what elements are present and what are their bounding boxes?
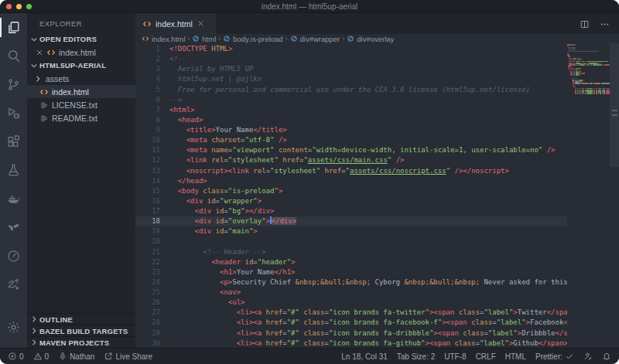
activity-item-explorer[interactable] (0, 13, 27, 42)
status-feedback[interactable] (583, 352, 593, 361)
status-voice[interactable]: Nathan (58, 352, 94, 361)
line-number: 23 (135, 267, 160, 277)
status-notifications[interactable] (602, 352, 611, 361)
line-content: <li><a href="#" class="icon brands fa-tw… (160, 308, 567, 318)
line-content: <p>Security Chief &nbsp;&bull;&nbsp; Cyb… (160, 277, 567, 287)
minimize-window-button[interactable] (16, 4, 22, 9)
line-number: 15 (135, 186, 160, 196)
code-line-30[interactable]: 30<li><a href="#" class="icon brands fa-… (135, 338, 567, 348)
activity-item-testing[interactable] (0, 156, 27, 185)
status-language-mode[interactable]: HTML (505, 352, 526, 361)
status-errors[interactable]: 0 (8, 352, 24, 361)
line-content: <meta name="viewport" content="width=dev… (160, 145, 556, 155)
status-prettier[interactable]: Prettier: (535, 352, 574, 361)
zoom-window-button[interactable] (26, 4, 32, 9)
activity-item-extensions[interactable] (0, 128, 27, 156)
status-live-share[interactable]: Live Share (104, 352, 152, 361)
close-window-button[interactable] (6, 4, 12, 9)
code-line-28[interactable]: 28<li><a href="#" class="icon brands fa-… (135, 318, 567, 328)
code-line-27[interactable]: 27<li><a href="#" class="icon brands fa-… (135, 308, 567, 318)
status-encoding[interactable]: UTF-8 (444, 352, 466, 361)
code-line-29[interactable]: 29<li><a href="#" class="icon brands fa-… (135, 328, 567, 338)
window-title: index.html — html5up-aerial (0, 2, 619, 11)
code-line-17[interactable]: 17<div id="bg"></div> (135, 206, 567, 216)
code-line-5[interactable]: 5Free for personal and commercial use un… (135, 85, 567, 95)
code-line-15[interactable]: 15<body class="is-preload"> (135, 186, 567, 196)
code-line-8[interactable]: 8<head> (135, 115, 567, 125)
more-actions-icon[interactable] (600, 19, 610, 29)
breadcrumb-index-html[interactable]: index.html (142, 35, 185, 43)
open-editors-list: index.html (27, 46, 135, 59)
code-line-9[interactable]: 9<title>Your Name</title> (135, 125, 567, 135)
tree-item-license-txt[interactable]: LICENSE.txt (27, 98, 135, 111)
sidebar-title: EXPLORER (27, 13, 135, 32)
code-line-19[interactable]: 19<div id="main"> (135, 226, 567, 236)
close-icon[interactable] (35, 48, 44, 57)
code-line-1[interactable]: 1<!DOCTYPE HTML> (135, 44, 567, 54)
open-editor-item[interactable]: index.html (27, 46, 135, 59)
status-eol[interactable]: CRLF (476, 352, 496, 361)
line-content: <title>Your Name</title> (160, 125, 287, 135)
breadcrumb-body-is-preload[interactable]: body.is-preload (223, 35, 282, 43)
line-number: 11 (135, 145, 160, 155)
activity-item-manage[interactable] (0, 313, 27, 342)
activity-item-search[interactable] (0, 42, 27, 70)
code-line-7[interactable]: 7<html> (135, 105, 567, 115)
sidebar-section-label: BAZEL BUILD TARGETS (39, 327, 128, 335)
code-line-10[interactable]: 10<meta charset="utf-8" /> (135, 135, 567, 145)
code-line-12[interactable]: 12<link rel="stylesheet" href="assets/cs… (135, 155, 567, 165)
minimap[interactable] (567, 44, 610, 348)
split-editor-icon[interactable] (580, 19, 590, 29)
status-indentation[interactable]: Tab Size: 2 (397, 352, 435, 361)
activity-item-source-control[interactable] (0, 70, 27, 99)
activity-item-scribble-extension[interactable] (0, 270, 27, 299)
editor-scrollbar[interactable] (610, 43, 619, 348)
status-warnings[interactable]: 0 (33, 352, 50, 361)
tab-index-html[interactable]: index.html (135, 13, 216, 34)
open-editors-header[interactable]: OPEN EDITORS (27, 32, 135, 46)
activity-item-run-debug[interactable] (0, 99, 27, 128)
line-number: 10 (135, 135, 160, 145)
code-line-18[interactable]: 18<div id="overlay"></div> (135, 216, 567, 226)
bell-icon (602, 352, 611, 361)
tree-item-index-html[interactable]: index.html (27, 85, 135, 98)
breadcrumb-separator: › (342, 35, 344, 43)
code-line-26[interactable]: 26<ul> (135, 298, 567, 308)
activity-item-docker[interactable] (0, 185, 27, 213)
code-line-24[interactable]: 24<p>Security Chief &nbsp;&bull;&nbsp; C… (135, 277, 567, 287)
tree-item-readme-txt[interactable]: README.txt (27, 111, 135, 124)
breadcrumb-html[interactable]: html (192, 35, 216, 43)
activity-item-timeline-extension[interactable] (0, 242, 27, 270)
code-line-6[interactable]: 6--> (135, 95, 567, 105)
code-line-14[interactable]: 14</head> (135, 176, 567, 186)
activity-item-bird-extension[interactable] (0, 213, 27, 242)
breadcrumb-div-wrapper[interactable]: div#wrapper (290, 35, 340, 43)
code-line-13[interactable]: 13<noscript><link rel="stylesheet" href=… (135, 166, 567, 176)
sidebar-section-outline[interactable]: OUTLINE (27, 313, 135, 325)
code-line-11[interactable]: 11<meta name="viewport" content="width=d… (135, 145, 567, 155)
breadcrumb-div-overlay[interactable]: div#overlay (347, 35, 394, 43)
code-line-2[interactable]: 2<!-- (135, 54, 567, 64)
code-line-3[interactable]: 3Aerial by HTML5 UP (135, 64, 567, 74)
workspace-header[interactable]: HTML5UP-AERIAL (27, 59, 135, 72)
code-line-4[interactable]: 4html5up.net | @ajlkn (135, 74, 567, 84)
line-content (160, 236, 203, 247)
scrollbar-slider[interactable] (610, 43, 619, 167)
status-cursor-position[interactable]: Ln 18, Col 31 (341, 352, 388, 361)
line-content: <div id="overlay"></div> (160, 216, 296, 226)
code-line-23[interactable]: 23<h1>Your Name</h1> (135, 267, 567, 277)
code-line-25[interactable]: 25<nav> (135, 287, 567, 298)
tree-item-assets[interactable]: assets (27, 72, 135, 85)
code-editor[interactable]: 1<!DOCTYPE HTML>2<!--3Aerial by HTML5 UP… (135, 43, 619, 348)
line-number: 22 (135, 257, 160, 267)
code-line-16[interactable]: 16<div id="wrapper"> (135, 196, 567, 206)
sidebar-section-maven-projects[interactable]: MAVEN PROJECTS (27, 336, 135, 348)
sidebar-section-bazel-build-targets[interactable]: BAZEL BUILD TARGETS (27, 325, 135, 336)
code-line-21[interactable]: 21<!-- Header --> (135, 247, 567, 257)
code-line-22[interactable]: 22<header id="header"> (135, 257, 567, 267)
close-icon[interactable] (197, 19, 205, 28)
extensions-icon (6, 134, 21, 149)
status-eol-label: CRLF (476, 352, 496, 361)
breadcrumb-label: html (202, 35, 216, 43)
code-line-20[interactable]: 20 (135, 236, 567, 247)
